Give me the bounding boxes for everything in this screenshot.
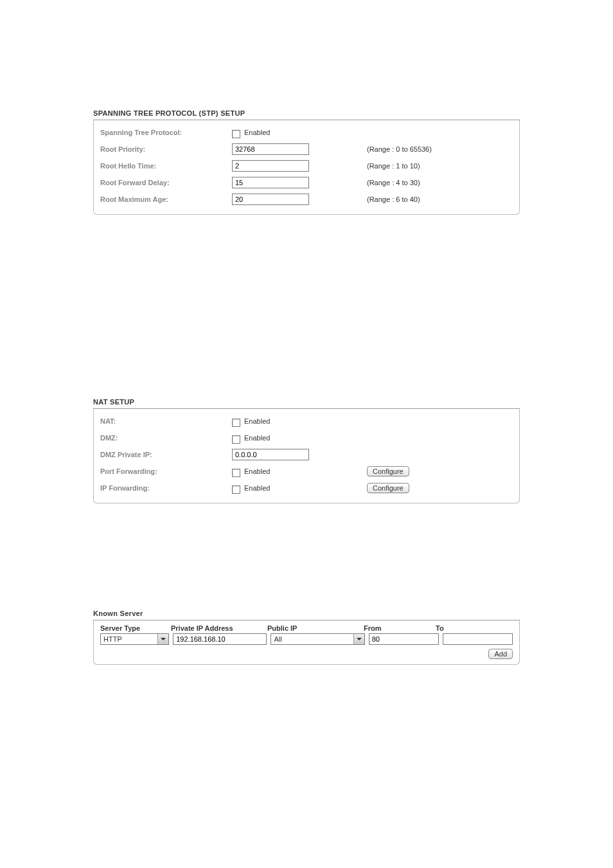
stp-maxage-label: Root Maximum Age: [100,195,232,203]
stp-hello-input[interactable] [232,160,309,172]
nat-nat-label: NAT: [100,417,232,425]
stp-panel: Spanning Tree Protocol: Enabled Root Pri… [93,120,520,215]
ks-public-ip-value: All [271,634,353,644]
ks-header-from: From [364,624,436,632]
ks-header-priv: Private IP Address [171,624,267,632]
nat-nat-enabled-label: Enabled [244,417,270,425]
stp-maxage-range: (Range : 6 to 40) [367,195,513,203]
nat-ipf-label: IP Forwarding: [100,484,232,492]
stp-protocol-label: Spanning Tree Protocol: [100,129,232,136]
known-server-panel: Server Type Private IP Address Public IP… [93,620,520,665]
chevron-down-icon [157,634,168,644]
known-server-title: Known Server [93,610,520,620]
ks-public-ip-select[interactable]: All [271,633,364,645]
stp-priority-label: Root Priority: [100,145,232,153]
stp-protocol-enabled-label: Enabled [244,129,270,136]
nat-ipf-enabled-label: Enabled [244,484,270,492]
stp-hello-label: Root Hello Time: [100,162,232,170]
stp-fwd-range: (Range : 4 to 30) [367,179,513,186]
nat-dmz-label: DMZ: [100,434,232,442]
nat-ipf-checkbox[interactable] [232,485,240,494]
nat-dmz-checkbox[interactable] [232,435,240,444]
ks-private-ip-input[interactable] [173,633,267,645]
ks-server-type-value: HTTP [101,634,157,644]
ks-header-pub: Public IP [267,624,364,632]
ks-from-input[interactable] [369,633,439,645]
nat-pf-label: Port Forwarding: [100,467,232,475]
stp-fwd-label: Root Forward Delay: [100,179,232,186]
stp-priority-range: (Range : 0 to 65536) [367,145,513,153]
ks-server-type-select[interactable]: HTTP [100,633,169,645]
chevron-down-icon [353,634,364,644]
nat-dmz-enabled-label: Enabled [244,434,270,442]
nat-pf-enabled-label: Enabled [244,467,270,475]
stp-maxage-input[interactable] [232,194,309,205]
nat-panel: NAT: Enabled DMZ: Enabled DMZ Private IP… [93,409,520,503]
nat-dmzip-label: DMZ Private IP: [100,451,232,458]
ks-to-input[interactable] [443,633,513,645]
nat-nat-checkbox[interactable] [232,419,240,427]
stp-fwd-input[interactable] [232,177,309,188]
ks-add-button[interactable]: Add [488,649,513,659]
stp-title: SPANNING TREE PROTOCOL (STP) SETUP [93,109,520,120]
stp-priority-input[interactable] [232,143,309,155]
nat-pf-checkbox[interactable] [232,469,240,477]
stp-protocol-checkbox[interactable] [232,130,240,138]
nat-ipf-configure-button[interactable]: Configure [367,483,409,493]
nat-dmzip-input[interactable] [232,449,309,460]
ks-header-type: Server Type [100,624,171,632]
nat-pf-configure-button[interactable]: Configure [367,466,409,476]
ks-header-to: To [436,624,508,632]
stp-hello-range: (Range : 1 to 10) [367,162,513,170]
nat-title: NAT SETUP [93,398,520,409]
